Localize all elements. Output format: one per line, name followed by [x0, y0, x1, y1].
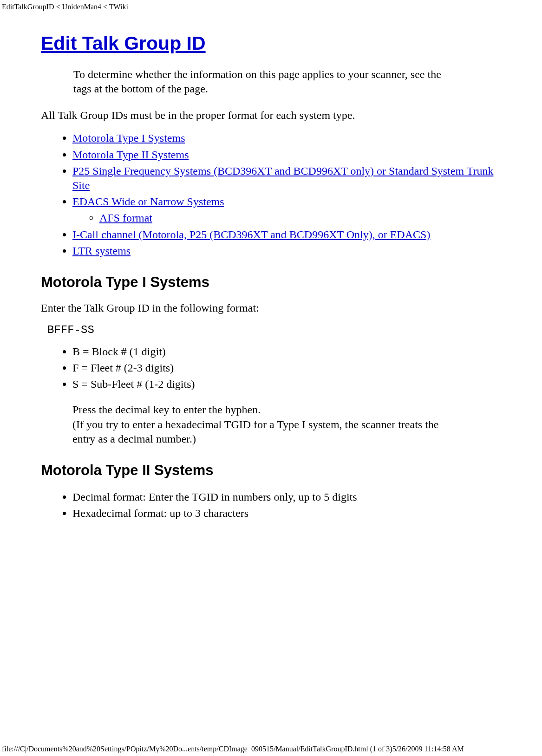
- toc-item: Motorola Type I Systems: [72, 131, 505, 145]
- header-path: EditTalkGroupID < UnidenMan4 < TWiki: [2, 3, 128, 11]
- toc-item: I-Call channel (Motorola, P25 (BCD396XT …: [72, 228, 505, 242]
- list-item: Decimal format: Enter the TGID in number…: [72, 490, 505, 504]
- mot1-note: Press the decimal key to enter the hyphe…: [72, 403, 442, 446]
- page-title[interactable]: Edit Talk Group ID: [41, 33, 505, 54]
- toc-item: P25 Single Frequency Systems (BCD396XT a…: [72, 164, 505, 193]
- mot2-list: Decimal format: Enter the TGID in number…: [41, 490, 505, 521]
- toc-link-afs-format[interactable]: AFS format: [99, 212, 152, 224]
- toc-subitem: AFS format: [99, 211, 505, 225]
- toc-link-motorola-type-i[interactable]: Motorola Type I Systems: [72, 132, 185, 144]
- mot1-format-code: BFFF-SS: [47, 324, 505, 336]
- section-heading-motorola-type-i: Motorola Type I Systems: [41, 274, 505, 291]
- toc-link-ltr[interactable]: LTR systems: [72, 245, 131, 257]
- mot1-legend-list: B = Block # (1 digit) F = Fleet # (2-3 d…: [41, 345, 505, 392]
- toc-item: LTR systems: [72, 244, 505, 258]
- mot1-intro: Enter the Talk Group ID in the following…: [41, 302, 505, 314]
- toc-item: Motorola Type II Systems: [72, 148, 505, 162]
- toc-link-icall[interactable]: I-Call channel (Motorola, P25 (BCD396XT …: [72, 228, 430, 241]
- table-of-contents: Motorola Type I Systems Motorola Type II…: [41, 131, 505, 258]
- content-area: Edit Talk Group ID To determine whether …: [41, 33, 505, 530]
- list-item: F = Fleet # (2-3 digits): [72, 361, 505, 375]
- toc-link-edacs[interactable]: EDACS Wide or Narrow Systems: [72, 196, 224, 208]
- page: EditTalkGroupID < UnidenMan4 < TWiki Edi…: [0, 0, 542, 756]
- list-item: Hexadecimal format: up to 3 characters: [72, 506, 505, 521]
- section-heading-motorola-type-ii: Motorola Type II Systems: [41, 462, 505, 479]
- list-item: B = Block # (1 digit): [72, 345, 505, 359]
- list-item: S = Sub-Fleet # (1-2 digits): [72, 377, 505, 391]
- intro-paragraph: All Talk Group IDs must be in the proper…: [41, 109, 505, 122]
- toc-item: EDACS Wide or Narrow Systems AFS format: [72, 195, 505, 225]
- applicability-note: To determine whether the information on …: [73, 67, 442, 96]
- toc-link-motorola-type-ii[interactable]: Motorola Type II Systems: [72, 149, 189, 161]
- toc-link-p25[interactable]: P25 Single Frequency Systems (BCD396XT a…: [72, 165, 493, 191]
- footer-path: file:///C|/Documents%20and%20Settings/PO…: [2, 745, 540, 753]
